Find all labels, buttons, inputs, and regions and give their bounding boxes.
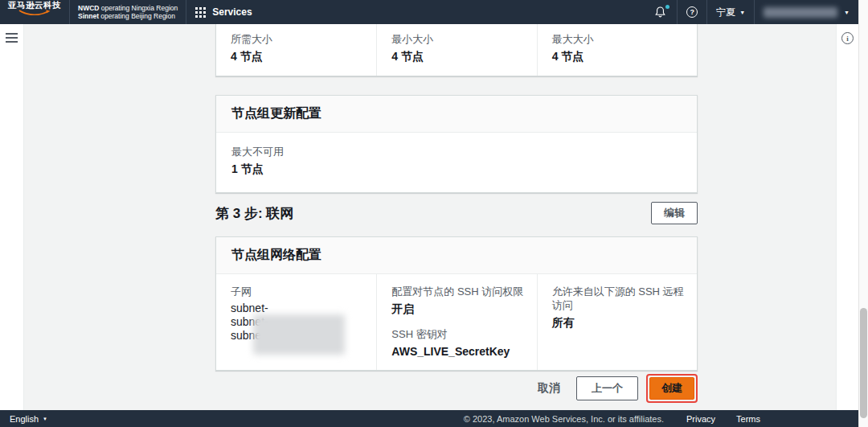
step3-heading-row: 第 3 步: 联网 编辑 <box>215 202 698 224</box>
region-label: 宁夏 <box>716 6 735 19</box>
bell-icon <box>654 6 666 18</box>
privacy-link[interactable]: Privacy <box>686 414 715 424</box>
account-name-redacted <box>764 7 837 18</box>
cancel-button[interactable]: 取消 <box>538 381 560 396</box>
field-label: 最大大小 <box>552 32 697 46</box>
step3-title: 第 3 步: 联网 <box>215 204 293 223</box>
ssh-source-field: 允许来自以下源的 SSH 远程访问 所有 <box>537 274 697 370</box>
footer-bar: English ▼ © 2023, Amazon Web Services, I… <box>0 410 858 427</box>
field-label: 最小大小 <box>391 32 536 46</box>
subnet-item: subnet- <box>231 302 365 315</box>
language-label: English <box>10 414 39 424</box>
field-desired-size: 所需大小 4 节点 <box>216 24 376 76</box>
card-body: 最大不可用 1 节点 <box>216 133 697 192</box>
info-icon[interactable]: i <box>841 32 854 44</box>
field-min-size: 最小大小 4 节点 <box>376 24 536 76</box>
node-group-network-config-card: 节点组网络配置 子网 subnet- subnet- subnet- 配置对节点… <box>215 236 698 371</box>
left-collapsed-sidebar <box>0 24 24 410</box>
operator-2-rest: operating Beijing Region <box>99 12 175 20</box>
field-label: 配置对节点的 SSH 访问权限 <box>391 285 525 298</box>
wizard-actions: 取消 上一个 创建 <box>215 375 698 402</box>
services-grid-icon <box>195 7 206 18</box>
notification-dot <box>665 5 669 9</box>
chevron-down-icon: ▼ <box>844 10 850 15</box>
create-button[interactable]: 创建 <box>649 377 694 400</box>
copyright-text: © 2023, Amazon Web Services, Inc. or its… <box>464 414 664 424</box>
field-label: 子网 <box>231 285 365 298</box>
scrollbar-track[interactable] <box>858 0 868 427</box>
card-header: 节点组网络配置 <box>216 237 697 274</box>
operator-1-name: NWCD <box>78 4 99 12</box>
logo-text: 亚马逊云科技 <box>8 0 61 10</box>
top-navigation-bar: 亚马逊云科技 NWCD operating Ningxia Region Sin… <box>0 0 858 24</box>
subnets-field: 子网 subnet- subnet- subnet- <box>216 274 376 370</box>
card-title: 节点组网络配置 <box>231 248 321 261</box>
card-body: 子网 subnet- subnet- subnet- 配置对节点的 SSH 访问… <box>216 274 697 370</box>
field-label: 所需大小 <box>231 32 376 46</box>
page: 亚马逊云科技 NWCD operating Ningxia Region Sin… <box>0 0 868 427</box>
field-label: 允许来自以下源的 SSH 远程访问 <box>552 285 686 312</box>
language-selector[interactable]: English ▼ <box>10 414 47 424</box>
field-label: SSH 密钥对 <box>391 327 525 341</box>
field-value: AWS_LIVE_SecretKey <box>391 344 525 359</box>
field-max-size: 最大大小 4 节点 <box>537 24 697 76</box>
annotation-highlight-box: 创建 <box>646 374 698 403</box>
services-menu-button[interactable]: Services <box>186 0 260 24</box>
menu-hamburger-icon[interactable] <box>6 33 18 43</box>
field-value: 4 节点 <box>391 49 536 64</box>
notifications-button[interactable] <box>644 0 677 24</box>
field-value: 1 节点 <box>231 162 682 176</box>
account-menu[interactable]: ▼ <box>755 0 858 24</box>
node-group-update-config-card: 节点组更新配置 最大不可用 1 节点 <box>215 95 698 193</box>
right-collapsed-panel: i <box>836 24 858 410</box>
aws-china-logo[interactable]: 亚马逊云科技 <box>0 0 69 24</box>
field-value: 所有 <box>552 315 686 330</box>
operator-1-rest: operating Ningxia Region <box>99 4 178 12</box>
card-header: 节点组更新配置 <box>216 96 697 133</box>
amazon-smile-icon <box>18 10 51 15</box>
operator-2-name: Sinnet <box>78 12 99 20</box>
subnet-ids-redacted <box>253 314 345 355</box>
scrollbar-thumb[interactable] <box>860 308 867 418</box>
field-value: 4 节点 <box>552 49 697 64</box>
terms-link[interactable]: Terms <box>736 414 760 424</box>
node-group-scaling-card: 所需大小 4 节点 最小大小 4 节点 最大大小 4 节点 <box>215 24 698 76</box>
field-label: 最大不可用 <box>231 145 682 158</box>
card-title: 节点组更新配置 <box>231 106 321 120</box>
chevron-down-icon: ▼ <box>43 417 47 421</box>
chevron-down-icon: ▼ <box>739 10 745 15</box>
services-label: Services <box>212 6 252 18</box>
region-operator-note: NWCD operating Ningxia Region Sinnet ope… <box>70 4 186 21</box>
field-value: 开启 <box>391 302 525 316</box>
edit-button[interactable]: 编辑 <box>651 202 698 224</box>
region-selector[interactable]: 宁夏 ▼ <box>707 0 754 24</box>
ssh-access-field: 配置对节点的 SSH 访问权限 开启 SSH 密钥对 AWS_LIVE_Secr… <box>376 274 536 370</box>
help-icon: ? <box>686 6 698 18</box>
help-button[interactable]: ? <box>678 0 706 24</box>
field-value: 4 节点 <box>231 49 376 64</box>
previous-button[interactable]: 上一个 <box>576 376 638 400</box>
